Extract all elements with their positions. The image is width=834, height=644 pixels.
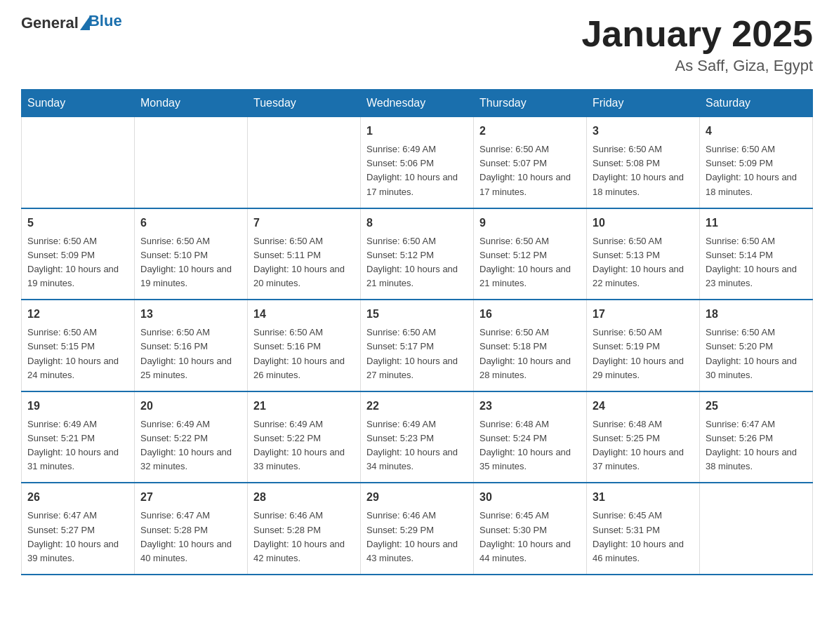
day-info: Sunrise: 6:49 AM Sunset: 5:21 PM Dayligh… bbox=[27, 417, 128, 474]
day-info: Sunrise: 6:46 AM Sunset: 5:28 PM Dayligh… bbox=[253, 509, 355, 565]
calendar-cell: 12Sunrise: 6:50 AM Sunset: 5:15 PM Dayli… bbox=[22, 300, 135, 391]
calendar-cell: 27Sunrise: 6:47 AM Sunset: 5:28 PM Dayli… bbox=[135, 483, 248, 575]
calendar-cell: 9Sunrise: 6:50 AM Sunset: 5:12 PM Daylig… bbox=[474, 208, 587, 300]
day-number: 7 bbox=[253, 215, 355, 232]
day-number: 12 bbox=[27, 306, 128, 323]
calendar-cell: 14Sunrise: 6:50 AM Sunset: 5:16 PM Dayli… bbox=[248, 300, 361, 391]
day-info: Sunrise: 6:49 AM Sunset: 5:22 PM Dayligh… bbox=[140, 417, 241, 474]
day-number: 14 bbox=[253, 306, 355, 323]
day-info: Sunrise: 6:49 AM Sunset: 5:22 PM Dayligh… bbox=[253, 417, 355, 474]
calendar-cell: 13Sunrise: 6:50 AM Sunset: 5:16 PM Dayli… bbox=[135, 300, 248, 391]
day-info: Sunrise: 6:49 AM Sunset: 5:06 PM Dayligh… bbox=[366, 142, 468, 199]
calendar-cell: 31Sunrise: 6:45 AM Sunset: 5:31 PM Dayli… bbox=[587, 483, 700, 575]
day-number: 16 bbox=[479, 306, 581, 323]
col-tuesday: Tuesday bbox=[248, 90, 361, 117]
calendar-cell: 19Sunrise: 6:49 AM Sunset: 5:21 PM Dayli… bbox=[22, 391, 135, 483]
day-number: 31 bbox=[593, 489, 694, 506]
calendar-subtitle: As Saff, Giza, Egypt bbox=[581, 57, 813, 75]
day-info: Sunrise: 6:50 AM Sunset: 5:19 PM Dayligh… bbox=[593, 326, 694, 382]
calendar-cell bbox=[22, 117, 135, 208]
day-info: Sunrise: 6:50 AM Sunset: 5:07 PM Dayligh… bbox=[479, 142, 581, 199]
day-number: 26 bbox=[27, 489, 128, 506]
day-info: Sunrise: 6:50 AM Sunset: 5:13 PM Dayligh… bbox=[593, 234, 694, 291]
calendar-cell: 4Sunrise: 6:50 AM Sunset: 5:09 PM Daylig… bbox=[700, 117, 813, 208]
day-number: 13 bbox=[140, 306, 241, 323]
calendar-week-row: 5Sunrise: 6:50 AM Sunset: 5:09 PM Daylig… bbox=[22, 208, 813, 300]
header: General Blue January 2025 As Saff, Giza,… bbox=[21, 14, 813, 75]
calendar-cell: 18Sunrise: 6:50 AM Sunset: 5:20 PM Dayli… bbox=[700, 300, 813, 391]
day-info: Sunrise: 6:45 AM Sunset: 5:30 PM Dayligh… bbox=[479, 509, 581, 565]
calendar-cell: 25Sunrise: 6:47 AM Sunset: 5:26 PM Dayli… bbox=[700, 391, 813, 483]
day-number: 5 bbox=[27, 215, 128, 232]
calendar-title: January 2025 bbox=[581, 14, 813, 54]
day-info: Sunrise: 6:50 AM Sunset: 5:09 PM Dayligh… bbox=[706, 142, 807, 199]
calendar-cell: 21Sunrise: 6:49 AM Sunset: 5:22 PM Dayli… bbox=[248, 391, 361, 483]
calendar-cell: 30Sunrise: 6:45 AM Sunset: 5:30 PM Dayli… bbox=[474, 483, 587, 575]
day-number: 24 bbox=[593, 398, 694, 415]
logo-blue-text: Blue bbox=[88, 12, 122, 29]
calendar-cell: 1Sunrise: 6:49 AM Sunset: 5:06 PM Daylig… bbox=[361, 117, 474, 208]
calendar-cell bbox=[248, 117, 361, 208]
calendar-week-row: 1Sunrise: 6:49 AM Sunset: 5:06 PM Daylig… bbox=[22, 117, 813, 208]
day-info: Sunrise: 6:47 AM Sunset: 5:26 PM Dayligh… bbox=[706, 417, 807, 474]
calendar-cell: 3Sunrise: 6:50 AM Sunset: 5:08 PM Daylig… bbox=[587, 117, 700, 208]
calendar-cell: 15Sunrise: 6:50 AM Sunset: 5:17 PM Dayli… bbox=[361, 300, 474, 391]
calendar-cell: 22Sunrise: 6:49 AM Sunset: 5:23 PM Dayli… bbox=[361, 391, 474, 483]
day-number: 2 bbox=[479, 123, 581, 140]
logo: General Blue bbox=[21, 14, 122, 32]
day-number: 4 bbox=[706, 123, 807, 140]
calendar-week-row: 19Sunrise: 6:49 AM Sunset: 5:21 PM Dayli… bbox=[22, 391, 813, 483]
col-saturday: Saturday bbox=[700, 90, 813, 117]
day-info: Sunrise: 6:50 AM Sunset: 5:17 PM Dayligh… bbox=[366, 326, 468, 382]
day-number: 17 bbox=[593, 306, 694, 323]
calendar-cell: 17Sunrise: 6:50 AM Sunset: 5:19 PM Dayli… bbox=[587, 300, 700, 391]
day-info: Sunrise: 6:47 AM Sunset: 5:27 PM Dayligh… bbox=[27, 509, 128, 565]
day-info: Sunrise: 6:50 AM Sunset: 5:12 PM Dayligh… bbox=[479, 234, 581, 291]
day-info: Sunrise: 6:50 AM Sunset: 5:10 PM Dayligh… bbox=[140, 234, 241, 291]
calendar-cell: 29Sunrise: 6:46 AM Sunset: 5:29 PM Dayli… bbox=[361, 483, 474, 575]
calendar-cell: 23Sunrise: 6:48 AM Sunset: 5:24 PM Dayli… bbox=[474, 391, 587, 483]
calendar-cell: 10Sunrise: 6:50 AM Sunset: 5:13 PM Dayli… bbox=[587, 208, 700, 300]
day-number: 8 bbox=[366, 215, 468, 232]
calendar-cell: 7Sunrise: 6:50 AM Sunset: 5:11 PM Daylig… bbox=[248, 208, 361, 300]
day-number: 1 bbox=[366, 123, 468, 140]
day-number: 3 bbox=[593, 123, 694, 140]
calendar-cell: 20Sunrise: 6:49 AM Sunset: 5:22 PM Dayli… bbox=[135, 391, 248, 483]
day-info: Sunrise: 6:50 AM Sunset: 5:15 PM Dayligh… bbox=[27, 326, 128, 382]
day-info: Sunrise: 6:45 AM Sunset: 5:31 PM Dayligh… bbox=[593, 509, 694, 565]
day-info: Sunrise: 6:48 AM Sunset: 5:24 PM Dayligh… bbox=[479, 417, 581, 474]
calendar-cell: 5Sunrise: 6:50 AM Sunset: 5:09 PM Daylig… bbox=[22, 208, 135, 300]
calendar-header-row: Sunday Monday Tuesday Wednesday Thursday… bbox=[22, 90, 813, 117]
calendar-table: Sunday Monday Tuesday Wednesday Thursday… bbox=[21, 89, 813, 575]
logo-general-text: General bbox=[21, 14, 79, 32]
day-number: 22 bbox=[366, 398, 468, 415]
day-info: Sunrise: 6:47 AM Sunset: 5:28 PM Dayligh… bbox=[140, 509, 241, 565]
day-number: 6 bbox=[140, 215, 241, 232]
day-info: Sunrise: 6:50 AM Sunset: 5:11 PM Dayligh… bbox=[253, 234, 355, 291]
calendar-cell: 2Sunrise: 6:50 AM Sunset: 5:07 PM Daylig… bbox=[474, 117, 587, 208]
title-area: January 2025 As Saff, Giza, Egypt bbox=[581, 14, 813, 75]
day-number: 11 bbox=[706, 215, 807, 232]
calendar-cell: 11Sunrise: 6:50 AM Sunset: 5:14 PM Dayli… bbox=[700, 208, 813, 300]
day-number: 25 bbox=[706, 398, 807, 415]
day-number: 18 bbox=[706, 306, 807, 323]
day-number: 10 bbox=[593, 215, 694, 232]
calendar-cell: 28Sunrise: 6:46 AM Sunset: 5:28 PM Dayli… bbox=[248, 483, 361, 575]
day-info: Sunrise: 6:50 AM Sunset: 5:12 PM Dayligh… bbox=[366, 234, 468, 291]
day-number: 28 bbox=[253, 489, 355, 506]
col-monday: Monday bbox=[135, 90, 248, 117]
calendar-cell: 8Sunrise: 6:50 AM Sunset: 5:12 PM Daylig… bbox=[361, 208, 474, 300]
calendar-cell: 16Sunrise: 6:50 AM Sunset: 5:18 PM Dayli… bbox=[474, 300, 587, 391]
calendar-cell: 26Sunrise: 6:47 AM Sunset: 5:27 PM Dayli… bbox=[22, 483, 135, 575]
calendar-week-row: 26Sunrise: 6:47 AM Sunset: 5:27 PM Dayli… bbox=[22, 483, 813, 575]
day-number: 9 bbox=[479, 215, 581, 232]
day-info: Sunrise: 6:48 AM Sunset: 5:25 PM Dayligh… bbox=[593, 417, 694, 474]
day-number: 30 bbox=[479, 489, 581, 506]
calendar-week-row: 12Sunrise: 6:50 AM Sunset: 5:15 PM Dayli… bbox=[22, 300, 813, 391]
day-info: Sunrise: 6:50 AM Sunset: 5:18 PM Dayligh… bbox=[479, 326, 581, 382]
day-info: Sunrise: 6:50 AM Sunset: 5:08 PM Dayligh… bbox=[593, 142, 694, 199]
col-thursday: Thursday bbox=[474, 90, 587, 117]
day-number: 27 bbox=[140, 489, 241, 506]
day-info: Sunrise: 6:46 AM Sunset: 5:29 PM Dayligh… bbox=[366, 509, 468, 565]
col-wednesday: Wednesday bbox=[361, 90, 474, 117]
